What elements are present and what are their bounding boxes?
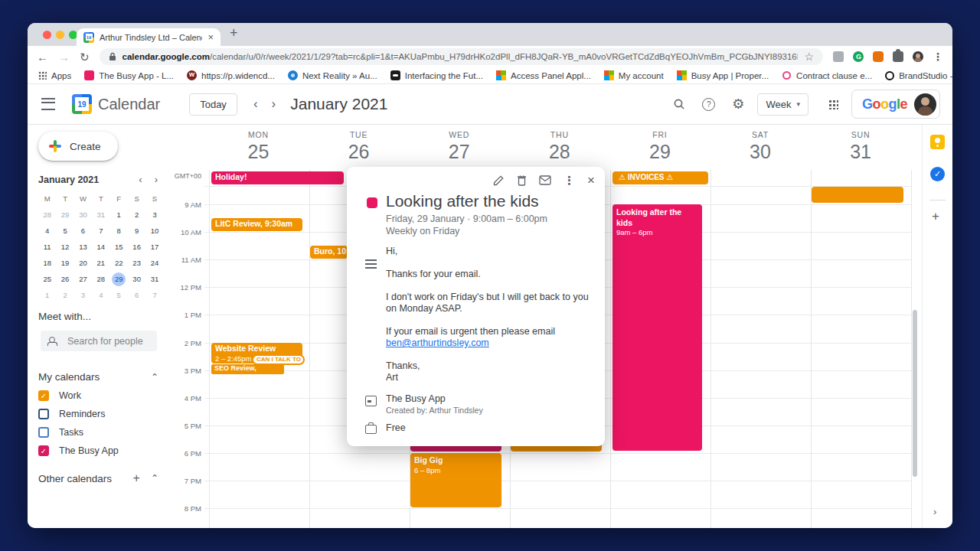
mini-cal-date[interactable]: 28 <box>38 207 56 223</box>
grammarly-icon[interactable] <box>853 51 864 62</box>
mini-cal-next-icon[interactable]: › <box>149 174 164 185</box>
close-icon[interactable]: × <box>587 174 595 187</box>
mini-cal-date[interactable]: 1 <box>110 207 128 223</box>
mini-cal-date[interactable]: 14 <box>92 239 109 255</box>
mini-cal-date[interactable]: 18 <box>38 255 56 271</box>
options-kebab-icon[interactable]: ⋮ <box>564 174 575 186</box>
browser-menu-icon[interactable]: ⋮ <box>933 51 943 63</box>
bookmark-star-icon[interactable]: ☆ <box>804 51 814 63</box>
mini-cal-date[interactable]: 9 <box>128 223 145 239</box>
bookmark-item[interactable]: My account <box>604 70 664 80</box>
mini-cal-date[interactable]: 5 <box>56 223 74 239</box>
mini-cal-date[interactable]: 16 <box>128 239 145 255</box>
event-invoices[interactable]: ⚠ INVOICES ⚠ <box>612 171 708 184</box>
search-people-input[interactable] <box>66 335 157 347</box>
delete-icon[interactable] <box>517 174 527 186</box>
mini-cal-date[interactable]: 7 <box>145 287 163 303</box>
today-button[interactable]: Today <box>189 93 237 116</box>
search-people-box[interactable] <box>41 331 157 351</box>
bookmark-item[interactable]: Access Panel Appl... <box>496 70 591 80</box>
extensions-puzzle-icon[interactable] <box>893 51 903 62</box>
mini-cal-date[interactable]: 28 <box>92 271 109 287</box>
mini-cal-date[interactable]: 29 <box>110 271 128 287</box>
chevron-up-icon[interactable]: ⌃ <box>145 473 164 484</box>
browser-tab[interactable]: 19 Arthur Tindsley Ltd – Calendar × <box>77 28 220 46</box>
window-minimize-button[interactable] <box>56 31 64 39</box>
mini-cal-date[interactable]: 15 <box>110 239 128 255</box>
mini-cal-date[interactable]: 2 <box>56 287 74 303</box>
next-week-icon[interactable]: › <box>265 96 283 112</box>
mini-cal-date[interactable]: 11 <box>38 239 56 255</box>
mini-cal-date[interactable]: 19 <box>56 255 74 271</box>
email-icon[interactable] <box>539 175 551 185</box>
mini-cal-date[interactable]: 24 <box>145 255 163 271</box>
avatar[interactable] <box>914 93 936 116</box>
search-icon[interactable] <box>673 98 685 110</box>
mini-cal-date[interactable]: 22 <box>110 255 128 271</box>
mini-cal-date[interactable]: 30 <box>74 207 92 223</box>
bookmark-item[interactable]: Next Reality » Au... <box>288 70 377 80</box>
mini-cal-date[interactable]: 25 <box>38 271 56 287</box>
mini-cal-date[interactable]: 3 <box>145 207 163 223</box>
day-number[interactable]: 30 <box>710 141 811 163</box>
calendar-item-tasks[interactable]: Tasks <box>38 427 172 438</box>
mini-cal-date[interactable]: 6 <box>74 223 92 239</box>
create-button[interactable]: Create <box>38 132 118 161</box>
mini-cal-date[interactable]: 27 <box>74 271 92 287</box>
google-keep-icon[interactable] <box>930 135 945 149</box>
settings-gear-icon[interactable]: ⚙ <box>732 96 744 112</box>
google-tasks-icon[interactable]: ✓ <box>930 167 945 181</box>
mini-cal-date[interactable]: 20 <box>74 255 92 271</box>
back-icon[interactable]: ← <box>37 51 48 63</box>
event-holiday[interactable]: Holiday! <box>211 171 344 184</box>
event-seo-review[interactable]: SEO Review, 2:45pm <box>211 364 284 374</box>
address-bar[interactable]: calendar.google.com/calendar/u/0/r/week/… <box>100 48 823 65</box>
mini-cal-date[interactable]: 8 <box>110 223 128 239</box>
mini-cal-date[interactable]: 7 <box>92 223 109 239</box>
mini-cal-date[interactable]: 2 <box>128 207 145 223</box>
day-number[interactable]: 28 <box>509 141 609 163</box>
event-sunday-banner[interactable] <box>812 187 903 203</box>
bookmark-item[interactable]: BrandStudio - Cre... <box>885 71 952 80</box>
extension-icon[interactable] <box>873 51 884 62</box>
help-icon[interactable]: ? <box>702 98 715 111</box>
profile-avatar-icon[interactable] <box>913 51 923 62</box>
day-number[interactable]: 25 <box>208 141 309 163</box>
get-addons-icon[interactable]: + <box>932 209 939 224</box>
mini-cal-date[interactable]: 1 <box>38 287 56 303</box>
mini-cal-date[interactable]: 4 <box>38 223 56 239</box>
google-apps-icon[interactable] <box>828 99 838 109</box>
window-close-button[interactable] <box>43 31 51 39</box>
event-buro[interactable]: Buro, 10:30am <box>310 246 348 259</box>
checkbox-unchecked-icon[interactable] <box>38 409 49 419</box>
mini-cal-date[interactable]: 29 <box>56 207 74 223</box>
mini-cal-date[interactable]: 31 <box>145 271 163 287</box>
main-menu-icon[interactable] <box>41 98 55 110</box>
extension-icon[interactable] <box>833 51 844 62</box>
mini-cal-date[interactable]: 10 <box>145 223 163 239</box>
day-number[interactable]: 26 <box>309 141 409 163</box>
day-number[interactable]: 31 <box>811 141 911 163</box>
mini-cal-prev-icon[interactable]: ‹ <box>132 174 148 185</box>
bookmark-item[interactable]: Interfacing the Fut... <box>390 70 483 80</box>
bookmark-item[interactable]: https://p.widencd... <box>187 70 275 80</box>
bookmark-item[interactable]: Apps <box>38 71 71 80</box>
mini-cal-date[interactable]: 17 <box>145 239 163 255</box>
email-link[interactable]: ben@arthurtindsley.com <box>386 337 489 348</box>
calendar-item-reminders[interactable]: Reminders <box>38 409 172 419</box>
mini-cal-date[interactable]: 4 <box>92 287 109 303</box>
mini-cal-date[interactable]: 23 <box>128 255 145 271</box>
bookmark-item[interactable]: The Busy App - L... <box>84 70 174 80</box>
mini-cal-date[interactable]: 31 <box>92 207 109 223</box>
scrollbar-thumb[interactable] <box>913 310 917 477</box>
checkbox-checked-icon[interactable]: ✓ <box>38 390 49 401</box>
mini-cal-date[interactable]: 13 <box>74 239 92 255</box>
event-big-gig[interactable]: Big Gig 6 – 8pm <box>410 453 501 507</box>
calendar-item-work[interactable]: ✓ Work <box>38 390 172 401</box>
google-account-pill[interactable]: Google <box>851 90 940 119</box>
new-tab-button[interactable]: + <box>230 25 238 41</box>
day-number[interactable]: 27 <box>409 141 509 163</box>
add-calendar-icon[interactable]: + <box>128 471 145 485</box>
event-looking-after-kids[interactable]: Looking after the kids 9am – 6pm <box>612 204 702 451</box>
mini-cal-date[interactable]: 3 <box>74 287 92 303</box>
